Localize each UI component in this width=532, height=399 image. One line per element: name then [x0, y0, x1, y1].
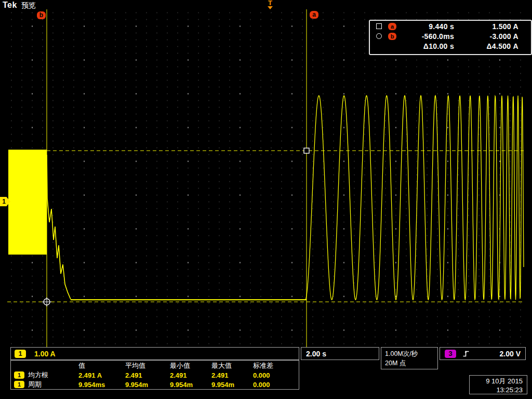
cursor-b-badge[interactable]: b	[37, 11, 46, 19]
header-value: 值	[78, 361, 125, 370]
oscilloscope-screen: Tek预览 T b a 1 a 9.440 s 1.500 A b -560.0…	[0, 0, 532, 399]
cursor-a-square-icon	[376, 23, 382, 29]
header-mean: 平均值	[125, 361, 170, 370]
period-stddev: 0.000	[253, 381, 297, 389]
acquisition-info-box: 1.00M次/秒 20M 点	[381, 347, 438, 369]
measurement-label: 周期	[28, 380, 42, 389]
cursor-a-panel-badge: a	[388, 23, 396, 30]
channel1-readout-box[interactable]: 1 1.00 A	[10, 347, 299, 360]
cursor-a-badge[interactable]: a	[310, 11, 318, 19]
rms-min: 2.491	[170, 371, 211, 379]
rms-value: 2.491 A	[78, 371, 125, 379]
period-min: 9.954m	[170, 381, 211, 389]
cursor-b-panel-badge: b	[388, 33, 396, 40]
cursor-a-amplitude: 1.500 A	[456, 22, 521, 31]
sample-rate: 1.00M次/秒	[385, 349, 437, 358]
trigger-t-glyph: T	[264, 0, 276, 6]
cursor-delta-time: Δ10.00 s	[399, 42, 456, 50]
trigger-level: 2.00 V	[500, 350, 521, 358]
date-label: 9 10月 2015	[470, 377, 523, 385]
measurement-row-period: 1 周期 9.954ms 9.954m 9.954m 9.954m 0.000	[11, 380, 299, 389]
measurement-header-row: 值 平均值 最小值 最大值 标准差	[11, 361, 299, 370]
period-max: 9.954m	[211, 381, 253, 389]
header-stddev: 标准差	[253, 361, 297, 370]
horizontal-scale: 2.00 s	[306, 350, 326, 358]
measurement-table: 值 平均值 最小值 最大值 标准差 1 均方根 2.491 A 2.491 2.…	[10, 360, 299, 390]
header-max: 最大值	[211, 361, 253, 370]
acquisition-mode-label: 预览	[21, 1, 36, 9]
cursor-b-circle-icon	[376, 33, 382, 39]
datetime-box: 9 10月 2015 13:25:23	[469, 375, 527, 394]
channel1-badge: 1	[15, 350, 26, 358]
cursor-a-time: 9.440 s	[399, 22, 456, 31]
trigger-position-marker[interactable]: T	[264, 0, 276, 10]
trigger-source-badge: 3	[445, 350, 456, 358]
period-value: 9.954ms	[78, 381, 125, 389]
channel1-scale: 1.00 A	[34, 350, 56, 358]
channel1-badge: 1	[14, 381, 24, 388]
horizontal-scale-box[interactable]: 2.00 s	[301, 347, 379, 360]
rms-stddev: 0.000	[253, 371, 297, 379]
rising-edge-slope-icon	[462, 350, 470, 357]
cursor-readout-panel: a 9.440 s 1.500 A b -560.0ms -3.000 A Δ1…	[369, 20, 532, 55]
graticule	[6, 9, 526, 347]
channel1-badge: 1	[14, 371, 24, 379]
record-length: 20M 点	[385, 358, 437, 368]
header-min: 最小值	[170, 361, 211, 370]
cursor-b-time: -560.0ms	[399, 32, 456, 41]
rms-max: 2.491	[211, 371, 253, 379]
rms-mean: 2.491	[125, 371, 170, 379]
time-label: 13:25:23	[470, 385, 523, 394]
period-mean: 9.954m	[125, 381, 170, 389]
cursor-b-amplitude: -3.000 A	[456, 32, 521, 41]
measurement-label: 均方根	[28, 370, 48, 380]
cursor-delta-amplitude: Δ4.500 A	[456, 42, 521, 50]
measurement-row-rms: 1 均方根 2.491 A 2.491 2.491 2.491 0.000	[11, 370, 299, 380]
tek-logo: Tek	[3, 1, 17, 9]
trigger-readout-box[interactable]: 3 2.00 V	[440, 347, 526, 360]
